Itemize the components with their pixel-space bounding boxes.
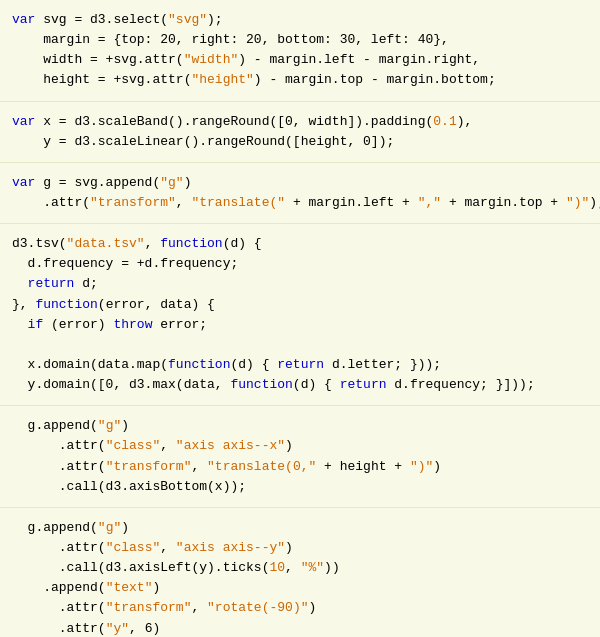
token-plain: d;	[74, 276, 97, 291]
token-kw: function	[168, 357, 230, 372]
token-plain: .attr(	[12, 621, 106, 636]
token-plain: },	[12, 297, 35, 312]
code-block-1: var svg = d3.select("svg"); margin = {to…	[0, 0, 600, 102]
token-plain: error;	[152, 317, 207, 332]
token-plain: .attr(	[12, 540, 106, 555]
code-line: margin = {top: 20, right: 20, bottom: 30…	[12, 30, 588, 50]
token-plain: .append(	[12, 580, 106, 595]
token-plain: y.domain([0, d3.max(data,	[12, 377, 230, 392]
token-kw: var	[12, 114, 35, 129]
token-plain: y = d3.scaleLinear().rangeRound([height,…	[12, 134, 394, 149]
token-plain: ,	[160, 540, 176, 555]
token-throw-kw: throw	[113, 317, 152, 332]
token-str: ")"	[566, 195, 589, 210]
token-kw: var	[12, 12, 35, 27]
token-str: "axis axis--x"	[176, 438, 285, 453]
code-line: .attr("class", "axis axis--y")	[12, 538, 588, 558]
code-line: var x = d3.scaleBand().rangeRound([0, wi…	[12, 112, 588, 132]
token-plain	[12, 317, 28, 332]
code-line: var g = svg.append("g")	[12, 173, 588, 193]
code-line: return d;	[12, 274, 588, 294]
token-plain: ,	[160, 438, 176, 453]
token-kw: return	[340, 377, 387, 392]
token-str: "class"	[106, 438, 161, 453]
token-plain: ,	[285, 560, 301, 575]
code-pre-5: g.append("g") .attr("class", "axis axis-…	[12, 416, 588, 497]
token-str: "svg"	[168, 12, 207, 27]
token-plain: g.append(	[12, 520, 98, 535]
token-str: "translate("	[191, 195, 285, 210]
token-plain: );	[589, 195, 600, 210]
token-plain: ) - margin.left - margin.right,	[238, 52, 480, 67]
code-line: d3.tsv("data.tsv", function(d) {	[12, 234, 588, 254]
token-plain: );	[207, 12, 223, 27]
token-kw: function	[160, 236, 222, 251]
code-line: y = d3.scaleLinear().rangeRound([height,…	[12, 132, 588, 152]
token-str: "g"	[98, 418, 121, 433]
code-line: y.domain([0, d3.max(data, function(d) { …	[12, 375, 588, 395]
token-str: "class"	[106, 540, 161, 555]
token-str: "rotate(-90)"	[207, 600, 308, 615]
token-plain: ) - margin.top - margin.bottom;	[254, 72, 496, 87]
token-num: 10	[269, 560, 285, 575]
code-line: .attr("transform", "translate(" + margin…	[12, 193, 588, 213]
token-plain: d.letter; }));	[324, 357, 441, 372]
code-line: d.frequency = +d.frequency;	[12, 254, 588, 274]
token-plain: height = +svg.attr(	[12, 72, 191, 87]
token-str: ")"	[410, 459, 433, 474]
token-plain: .call(d3.axisBottom(x));	[12, 479, 246, 494]
code-pre-6: g.append("g") .attr("class", "axis axis-…	[12, 518, 588, 637]
token-plain: + margin.top +	[441, 195, 566, 210]
code-line: .attr("transform", "rotate(-90)")	[12, 598, 588, 618]
token-str: "width"	[184, 52, 239, 67]
token-plain: x.domain(data.map(	[12, 357, 168, 372]
token-plain: (error, data) {	[98, 297, 215, 312]
code-block-2: var x = d3.scaleBand().rangeRound([0, wi…	[0, 102, 600, 163]
token-plain: )	[285, 438, 293, 453]
token-plain: width = +svg.attr(	[12, 52, 184, 67]
token-plain: svg = d3.select(	[35, 12, 168, 27]
token-str: "g"	[160, 175, 183, 190]
token-plain: (d) {	[230, 357, 277, 372]
token-kw: return	[277, 357, 324, 372]
token-str: "axis axis--y"	[176, 540, 285, 555]
code-pre-3: var g = svg.append("g") .attr("transform…	[12, 173, 588, 213]
token-plain: d3.tsv(	[12, 236, 67, 251]
token-kw: return	[28, 276, 75, 291]
token-plain: .call(d3.axisLeft(y).ticks(	[12, 560, 269, 575]
token-str: "transform"	[90, 195, 176, 210]
token-kw: if	[28, 317, 44, 332]
token-plain: )	[285, 540, 293, 555]
token-plain: ,	[145, 236, 161, 251]
token-plain: )	[184, 175, 192, 190]
code-line: x.domain(data.map(function(d) { return d…	[12, 355, 588, 375]
code-line: if (error) throw error;	[12, 315, 588, 335]
token-plain: + height +	[316, 459, 410, 474]
code-line: g.append("g")	[12, 416, 588, 436]
token-str: "transform"	[106, 600, 192, 615]
token-plain: g = svg.append(	[35, 175, 160, 190]
code-container: var svg = d3.select("svg"); margin = {to…	[0, 0, 600, 637]
token-str: "%"	[301, 560, 324, 575]
token-str: "g"	[98, 520, 121, 535]
code-pre-1: var svg = d3.select("svg"); margin = {to…	[12, 10, 588, 91]
code-line: .attr("y", 6)	[12, 619, 588, 637]
token-plain: margin = {top: 20, right: 20, bottom: 30…	[12, 32, 449, 47]
token-plain: )	[121, 520, 129, 535]
token-plain: (d) {	[293, 377, 340, 392]
code-line: .append("text")	[12, 578, 588, 598]
token-plain: )	[152, 580, 160, 595]
token-plain: ,	[176, 195, 192, 210]
token-str: "transform"	[106, 459, 192, 474]
code-line: height = +svg.attr("height") - margin.to…	[12, 70, 588, 90]
token-str: "height"	[191, 72, 253, 87]
code-line: }, function(error, data) {	[12, 295, 588, 315]
code-pre-4: d3.tsv("data.tsv", function(d) { d.frequ…	[12, 234, 588, 395]
code-line: .attr("transform", "translate(0," + heig…	[12, 457, 588, 477]
code-line: width = +svg.attr("width") - margin.left…	[12, 50, 588, 70]
token-plain: (d) {	[223, 236, 262, 251]
token-plain: , 6)	[129, 621, 160, 636]
code-line: g.append("g")	[12, 518, 588, 538]
code-pre-2: var x = d3.scaleBand().rangeRound([0, wi…	[12, 112, 588, 152]
code-block-4: d3.tsv("data.tsv", function(d) { d.frequ…	[0, 224, 600, 406]
